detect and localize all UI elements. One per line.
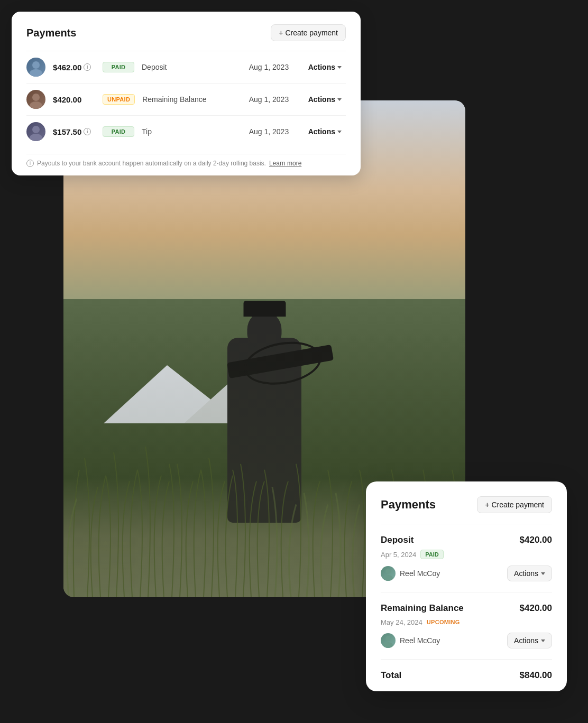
total-row: Total $840.00 (381, 659, 552, 691)
chevron-down-icon-2 (337, 98, 342, 101)
badge-2: UNPAID (103, 94, 135, 105)
remaining-date: May 24, 2024 (381, 618, 422, 626)
bottom-create-payment-button[interactable]: + Create payment (477, 496, 552, 513)
remaining-meta: May 24, 2024 UPCOMING (381, 618, 552, 626)
remaining-avatar-row: Reel McCoy Actions (381, 633, 552, 648)
svg-point-3 (30, 101, 42, 109)
info-icon-3[interactable]: i (84, 128, 91, 135)
deposit-chevron-icon (541, 572, 545, 575)
remaining-badge: UPCOMING (427, 618, 460, 626)
deposit-badge: PAID (420, 550, 443, 559)
top-create-payment-button[interactable]: + Create payment (271, 24, 346, 41)
description-2: Remaining Balance (142, 95, 242, 104)
remaining-client-name: Reel McCoy (400, 636, 440, 645)
bottom-payments-card: Payments + Create payment Deposit $420.0… (366, 481, 567, 691)
avatar-1 (26, 58, 45, 77)
description-3: Tip (142, 127, 242, 136)
svg-point-6 (385, 569, 391, 574)
actions-button-2[interactable]: Actions (304, 93, 346, 106)
top-card-title: Payments (26, 27, 77, 39)
avatar-3 (26, 122, 45, 141)
svg-point-0 (32, 61, 40, 69)
date-1: Aug 1, 2023 (249, 63, 297, 71)
remaining-chevron-icon (541, 639, 545, 642)
actions-button-1[interactable]: Actions (304, 61, 346, 73)
svg-point-7 (383, 575, 393, 581)
top-card-header: Payments + Create payment (26, 24, 346, 41)
top-payments-card: Payments + Create payment $462.00 i PAID… (12, 12, 361, 175)
payment-section-remaining: Remaining Balance $420.00 May 24, 2024 U… (381, 592, 552, 659)
svg-point-8 (385, 636, 391, 641)
remaining-amount: $420.00 (520, 603, 552, 614)
svg-point-2 (32, 94, 40, 101)
badge-1: PAID (103, 62, 134, 72)
deposit-label: Deposit (381, 535, 414, 545)
bottom-card-header: Payments + Create payment (381, 496, 552, 513)
footer-link[interactable]: Learn more (269, 160, 301, 167)
amount-1: $462.00 i (53, 63, 95, 72)
actions-button-3[interactable]: Actions (304, 125, 346, 138)
svg-point-9 (383, 642, 393, 648)
deposit-amount: $420.00 (520, 535, 552, 545)
amount-2: $420.00 (53, 95, 95, 104)
svg-point-5 (30, 134, 42, 141)
total-label: Total (381, 670, 401, 681)
deposit-meta: Apr 5, 2024 PAID (381, 550, 552, 559)
svg-point-1 (30, 69, 42, 77)
payment-row-2: $420.00 UNPAID Remaining Balance Aug 1, … (26, 83, 346, 115)
date-3: Aug 1, 2023 (249, 127, 297, 136)
payment-row-3: $157.50 i PAID Tip Aug 1, 2023 Actions (26, 115, 346, 147)
footer-info-icon: i (26, 160, 34, 167)
badge-3: PAID (103, 126, 134, 137)
deposit-date: Apr 5, 2024 (381, 551, 416, 559)
remaining-top-row: Remaining Balance $420.00 (381, 603, 552, 614)
deposit-top-row: Deposit $420.00 (381, 535, 552, 545)
deposit-actions-button[interactable]: Actions (507, 566, 552, 581)
payment-row-1: $462.00 i PAID Deposit Aug 1, 2023 Actio… (26, 51, 346, 83)
deposit-avatar-row: Reel McCoy Actions (381, 566, 552, 581)
card-footer: i Payouts to your bank account happen au… (26, 154, 346, 167)
deposit-client-name: Reel McCoy (400, 569, 440, 578)
remaining-client: Reel McCoy (381, 633, 440, 648)
info-icon-1[interactable]: i (84, 63, 91, 71)
description-1: Deposit (142, 63, 242, 71)
remaining-label: Remaining Balance (381, 603, 464, 614)
payment-section-deposit: Deposit $420.00 Apr 5, 2024 PAID Reel Mc… (381, 524, 552, 592)
avatar-2 (26, 90, 45, 109)
deposit-avatar (381, 566, 396, 581)
chevron-down-icon-1 (337, 66, 342, 69)
remaining-avatar (381, 633, 396, 648)
deposit-client: Reel McCoy (381, 566, 440, 581)
svg-point-4 (32, 126, 40, 133)
remaining-actions-button[interactable]: Actions (507, 633, 552, 648)
amount-3: $157.50 i (53, 127, 95, 136)
footer-text: Payouts to your bank account happen auto… (37, 160, 266, 167)
chevron-down-icon-3 (337, 131, 342, 133)
total-amount: $840.00 (520, 670, 552, 681)
bottom-card-title: Payments (381, 498, 436, 512)
date-2: Aug 1, 2023 (249, 95, 297, 104)
